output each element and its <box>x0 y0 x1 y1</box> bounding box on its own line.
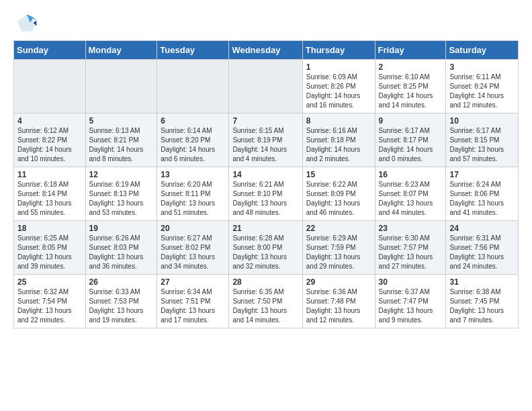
day-number: 9 <box>379 116 443 126</box>
day-number: 28 <box>232 277 298 287</box>
day-number: 26 <box>89 277 154 287</box>
cell-details: Sunrise: 6:38 AMSunset: 7:45 PMDaylight:… <box>449 287 515 325</box>
day-number: 27 <box>161 277 225 287</box>
day-number: 21 <box>232 224 298 233</box>
day-number: 24 <box>449 224 515 233</box>
calendar-week-2: 4Sunrise: 6:12 AMSunset: 8:22 PMDaylight… <box>14 113 519 167</box>
cell-details: Sunrise: 6:17 AMSunset: 8:15 PMDaylight:… <box>449 126 515 164</box>
cell-details: Sunrise: 6:09 AMSunset: 8:26 PMDaylight:… <box>306 73 371 110</box>
calendar-cell <box>14 60 86 113</box>
cell-details: Sunrise: 6:10 AMSunset: 8:25 PMDaylight:… <box>379 73 443 110</box>
logo <box>16 12 40 34</box>
day-number: 13 <box>161 170 225 179</box>
cell-details: Sunrise: 6:17 AMSunset: 8:17 PMDaylight:… <box>379 126 443 164</box>
cell-details: Sunrise: 6:32 AMSunset: 7:54 PMDaylight:… <box>17 287 82 325</box>
calendar-cell: 18Sunrise: 6:25 AMSunset: 8:05 PMDayligh… <box>14 221 86 275</box>
calendar-week-3: 11Sunrise: 6:18 AMSunset: 8:14 PMDayligh… <box>14 167 519 221</box>
day-number: 25 <box>17 277 82 287</box>
calendar-cell: 8Sunrise: 6:16 AMSunset: 8:18 PMDaylight… <box>302 113 375 167</box>
weekday-header-monday: Monday <box>85 41 157 60</box>
cell-details: Sunrise: 6:30 AMSunset: 7:57 PMDaylight:… <box>379 234 443 271</box>
cell-details: Sunrise: 6:25 AMSunset: 8:05 PMDaylight:… <box>17 234 82 271</box>
cell-details: Sunrise: 6:21 AMSunset: 8:10 PMDaylight:… <box>232 180 298 218</box>
cell-details: Sunrise: 6:13 AMSunset: 8:21 PMDaylight:… <box>89 126 154 164</box>
day-number: 7 <box>232 116 298 126</box>
day-number: 20 <box>161 224 225 233</box>
cell-details: Sunrise: 6:31 AMSunset: 7:56 PMDaylight:… <box>449 234 515 271</box>
calendar-week-1: 1Sunrise: 6:09 AMSunset: 8:26 PMDaylight… <box>14 60 519 113</box>
calendar-cell: 25Sunrise: 6:32 AMSunset: 7:54 PMDayligh… <box>14 275 86 328</box>
calendar-cell: 30Sunrise: 6:37 AMSunset: 7:47 PMDayligh… <box>375 275 446 328</box>
calendar-week-5: 25Sunrise: 6:32 AMSunset: 7:54 PMDayligh… <box>14 275 519 328</box>
calendar-cell: 6Sunrise: 6:14 AMSunset: 8:20 PMDaylight… <box>157 113 229 167</box>
cell-details: Sunrise: 6:23 AMSunset: 8:07 PMDaylight:… <box>379 180 443 218</box>
logo-icon <box>16 12 38 34</box>
day-number: 3 <box>449 62 515 72</box>
calendar-cell: 17Sunrise: 6:24 AMSunset: 8:06 PMDayligh… <box>446 167 519 221</box>
cell-details: Sunrise: 6:14 AMSunset: 8:20 PMDaylight:… <box>161 126 225 164</box>
cell-details: Sunrise: 6:34 AMSunset: 7:51 PMDaylight:… <box>161 287 225 325</box>
calendar-cell <box>229 60 302 113</box>
day-number: 14 <box>232 170 298 179</box>
day-number: 16 <box>379 170 443 179</box>
day-number: 30 <box>379 277 443 287</box>
weekday-header-thursday: Thursday <box>302 41 375 60</box>
day-number: 19 <box>89 224 154 233</box>
calendar-cell: 4Sunrise: 6:12 AMSunset: 8:22 PMDaylight… <box>14 113 86 167</box>
cell-details: Sunrise: 6:12 AMSunset: 8:22 PMDaylight:… <box>17 126 82 164</box>
day-number: 1 <box>306 62 371 72</box>
calendar-container: SundayMondayTuesdayWednesdayThursdayFrid… <box>0 40 532 335</box>
day-number: 18 <box>17 224 82 233</box>
calendar-cell: 10Sunrise: 6:17 AMSunset: 8:15 PMDayligh… <box>446 113 519 167</box>
weekday-header-sunday: Sunday <box>14 41 86 60</box>
day-number: 12 <box>89 170 154 179</box>
calendar-table: SundayMondayTuesdayWednesdayThursdayFrid… <box>13 40 519 328</box>
calendar-cell: 31Sunrise: 6:38 AMSunset: 7:45 PMDayligh… <box>446 275 519 328</box>
weekday-header-wednesday: Wednesday <box>229 41 302 60</box>
calendar-cell: 12Sunrise: 6:19 AMSunset: 8:13 PMDayligh… <box>85 167 157 221</box>
calendar-cell: 3Sunrise: 6:11 AMSunset: 8:24 PMDaylight… <box>446 60 519 113</box>
cell-details: Sunrise: 6:11 AMSunset: 8:24 PMDaylight:… <box>449 73 515 110</box>
day-number: 17 <box>449 170 515 179</box>
calendar-week-4: 18Sunrise: 6:25 AMSunset: 8:05 PMDayligh… <box>14 221 519 275</box>
cell-details: Sunrise: 6:16 AMSunset: 8:18 PMDaylight:… <box>306 126 371 164</box>
day-number: 4 <box>17 116 82 126</box>
calendar-cell: 1Sunrise: 6:09 AMSunset: 8:26 PMDaylight… <box>302 60 375 113</box>
cell-details: Sunrise: 6:18 AMSunset: 8:14 PMDaylight:… <box>17 180 82 218</box>
cell-details: Sunrise: 6:29 AMSunset: 7:59 PMDaylight:… <box>306 234 371 271</box>
calendar-cell: 19Sunrise: 6:26 AMSunset: 8:03 PMDayligh… <box>85 221 157 275</box>
day-number: 2 <box>379 62 443 72</box>
day-number: 5 <box>89 116 154 126</box>
cell-details: Sunrise: 6:22 AMSunset: 8:09 PMDaylight:… <box>306 180 371 218</box>
calendar-cell: 16Sunrise: 6:23 AMSunset: 8:07 PMDayligh… <box>375 167 446 221</box>
calendar-cell: 29Sunrise: 6:36 AMSunset: 7:48 PMDayligh… <box>302 275 375 328</box>
day-number: 22 <box>306 224 371 233</box>
calendar-cell: 15Sunrise: 6:22 AMSunset: 8:09 PMDayligh… <box>302 167 375 221</box>
calendar-cell: 7Sunrise: 6:15 AMSunset: 8:19 PMDaylight… <box>229 113 302 167</box>
day-number: 23 <box>379 224 443 233</box>
cell-details: Sunrise: 6:15 AMSunset: 8:19 PMDaylight:… <box>232 126 298 164</box>
cell-details: Sunrise: 6:37 AMSunset: 7:47 PMDaylight:… <box>379 287 443 325</box>
calendar-cell: 24Sunrise: 6:31 AMSunset: 7:56 PMDayligh… <box>446 221 519 275</box>
day-number: 8 <box>306 116 371 126</box>
cell-details: Sunrise: 6:28 AMSunset: 8:00 PMDaylight:… <box>232 234 298 271</box>
weekday-header-saturday: Saturday <box>446 41 519 60</box>
day-number: 11 <box>17 170 82 179</box>
weekday-header-tuesday: Tuesday <box>157 41 229 60</box>
calendar-cell <box>85 60 157 113</box>
calendar-cell: 11Sunrise: 6:18 AMSunset: 8:14 PMDayligh… <box>14 167 86 221</box>
cell-details: Sunrise: 6:27 AMSunset: 8:02 PMDaylight:… <box>161 234 225 271</box>
cell-details: Sunrise: 6:19 AMSunset: 8:13 PMDaylight:… <box>89 180 154 218</box>
page-header <box>0 0 532 40</box>
cell-details: Sunrise: 6:36 AMSunset: 7:48 PMDaylight:… <box>306 287 371 325</box>
cell-details: Sunrise: 6:33 AMSunset: 7:53 PMDaylight:… <box>89 287 154 325</box>
calendar-cell: 26Sunrise: 6:33 AMSunset: 7:53 PMDayligh… <box>85 275 157 328</box>
calendar-cell: 28Sunrise: 6:35 AMSunset: 7:50 PMDayligh… <box>229 275 302 328</box>
calendar-cell: 27Sunrise: 6:34 AMSunset: 7:51 PMDayligh… <box>157 275 229 328</box>
cell-details: Sunrise: 6:24 AMSunset: 8:06 PMDaylight:… <box>449 180 515 218</box>
calendar-cell: 14Sunrise: 6:21 AMSunset: 8:10 PMDayligh… <box>229 167 302 221</box>
calendar-cell: 23Sunrise: 6:30 AMSunset: 7:57 PMDayligh… <box>375 221 446 275</box>
weekday-header-friday: Friday <box>375 41 446 60</box>
day-number: 10 <box>449 116 515 126</box>
day-number: 15 <box>306 170 371 179</box>
